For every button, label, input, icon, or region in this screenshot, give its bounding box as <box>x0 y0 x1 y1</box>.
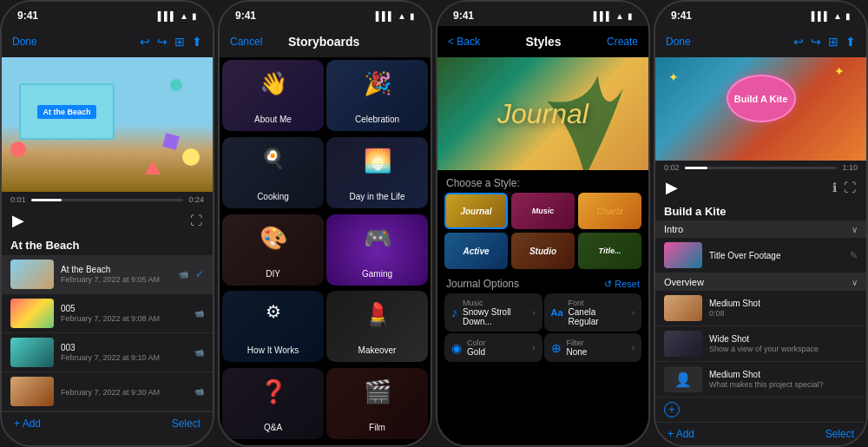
back-button-3[interactable]: < Back <box>448 36 480 48</box>
celebration-label: Celebration <box>326 115 428 124</box>
storyboard-about-me[interactable]: 👋 About Me <box>222 60 324 131</box>
storyboard-day-in-life[interactable]: 🌅 Day in the Life <box>326 137 428 208</box>
redo-icon-1[interactable]: ↪ <box>157 35 168 49</box>
film-label: Film <box>326 423 428 432</box>
deco-square-1 <box>162 133 180 150</box>
status-icons-1: ▌▌▌ ▲ ▮ <box>158 11 197 21</box>
clip-name-2: 005 <box>61 304 187 313</box>
filter-icon: ⊕ <box>551 341 562 355</box>
battery-icon-1: ▮ <box>192 11 197 21</box>
how-it-works-icon: ⚙ <box>266 301 281 322</box>
play-button-4[interactable]: ▶ <box>666 178 678 197</box>
share-icon-1[interactable]: ⬆ <box>192 35 202 49</box>
storyboard-cooking[interactable]: 🍳 Cooking <box>222 137 324 208</box>
section-label-overview: Overview <box>664 277 704 287</box>
undo-icon-4[interactable]: ↩ <box>793 35 804 49</box>
nav-icons-1: ↩ ↪ ⊞ ⬆ <box>140 35 202 49</box>
scene-info-1: Title Over Footage <box>709 251 843 260</box>
storyboard-diy[interactable]: 🎨 DIY <box>222 214 324 286</box>
video-preview-4: Build A Kite ✦ ✦ <box>655 57 866 161</box>
fullscreen-button-1[interactable]: ⛶ <box>190 214 202 227</box>
scene-thumb-1 <box>664 242 702 268</box>
film-icon: 🎬 <box>364 378 391 405</box>
storyboard-gaming[interactable]: 🎮 Gaming <box>326 214 428 286</box>
storyboard-makeover[interactable]: 💄 Makeover <box>326 291 428 362</box>
time-end-1: 0:24 <box>188 195 204 204</box>
signal-icon-1: ▌▌▌ <box>158 11 176 21</box>
option-filter[interactable]: ⊕ Filter None › <box>544 333 642 362</box>
progress-fill-1 <box>31 199 62 201</box>
grid-icon-1[interactable]: ⊞ <box>174 35 185 49</box>
nav-title-3: Styles <box>525 35 561 49</box>
fullscreen-button-4[interactable]: ⛶ <box>844 181 856 194</box>
celebration-icon: 🎉 <box>364 70 391 97</box>
status-bar-2: 9:41 ▌▌▌ ▲ ▮ <box>220 2 431 26</box>
progress-bar-4[interactable] <box>685 167 838 169</box>
style-active[interactable]: Active <box>444 233 508 269</box>
scene-thumb-2 <box>664 295 702 321</box>
video-controls-4: 0:02 1:10 <box>655 161 866 174</box>
done-button-4[interactable]: Done <box>666 36 691 48</box>
style-journal[interactable]: Journal <box>444 193 508 229</box>
status-time-3: 9:41 <box>453 10 474 22</box>
select-button-1[interactable]: Select <box>172 417 201 430</box>
phone3: 9:41 ▌▌▌ ▲ ▮ < Back Styles Create Journa… <box>436 0 650 447</box>
cancel-button-2[interactable]: Cancel <box>230 36 262 48</box>
select-button-4[interactable]: Select <box>825 428 854 440</box>
status-bar-4: 9:41 ▌▌▌ ▲ ▮ <box>655 2 866 26</box>
style-music[interactable]: Music <box>511 193 575 229</box>
clip-item-3[interactable]: 003 February 7, 2022 at 9:10 AM 📹 <box>2 333 213 372</box>
done-button-1[interactable]: Done <box>12 36 37 48</box>
storyboard-film[interactable]: 🎬 Film <box>326 368 428 439</box>
reset-button[interactable]: ↺ Reset <box>604 279 640 290</box>
section-header-overview[interactable]: Overview ∨ <box>655 273 866 291</box>
option-value-font: Canela Regular <box>569 307 627 326</box>
project-title-4: Build a Kite <box>655 200 866 220</box>
redo-icon-4[interactable]: ↪ <box>811 35 821 49</box>
edit-icon-1[interactable]: ✎ <box>850 250 858 261</box>
screen-content-1: At the Beach 0:01 0:24 ▶ ⛶ At the Beach <box>2 57 213 445</box>
clip-info-2: 005 February 7, 2022 at 9:08 AM <box>61 304 187 323</box>
play-button-1[interactable]: ▶ <box>12 211 24 230</box>
add-button-4[interactable]: + Add <box>667 428 694 440</box>
camera-icon-1: 📹 <box>179 270 188 279</box>
scene-item-title-over[interactable]: Title Over Footage ✎ <box>655 238 866 273</box>
phone2: 9:41 ▌▌▌ ▲ ▮ Cancel Storyboards 👋 About … <box>218 0 432 447</box>
share-icon-4[interactable]: ⬆ <box>845 35 856 49</box>
progress-bar-1[interactable] <box>31 199 184 201</box>
storyboard-qa[interactable]: ❓ Q&A <box>222 368 324 439</box>
style-journal-label: Journal <box>460 207 491 216</box>
scene-item-wide[interactable]: Wide Shot Show a view of your workspace <box>655 326 866 362</box>
wifi-icon-3: ▲ <box>615 11 624 21</box>
playback-icons-4: ℹ ⛶ <box>832 181 856 194</box>
scene-desc-4: What makes this project special? <box>709 380 858 389</box>
style-title3[interactable]: Title... <box>578 233 641 269</box>
option-color[interactable]: ◉ Color Gold › <box>444 333 542 362</box>
style-studio[interactable]: Studio <box>511 233 575 269</box>
scene-item-medium-1[interactable]: Medium Shot 0:08 <box>655 291 866 326</box>
time-start-4: 0:02 <box>664 163 680 172</box>
section-header-intro[interactable]: Intro ∨ <box>655 220 866 238</box>
deco-triangle-1 <box>145 161 161 174</box>
info-button-4[interactable]: ℹ <box>832 181 837 194</box>
clip-item-4[interactable]: February 7, 2022 at 9:30 AM 📹 <box>2 372 213 411</box>
clip-date-1: February 7, 2022 at 9:05 AM <box>61 275 172 284</box>
clip-item-2[interactable]: 005 February 7, 2022 at 9:08 AM 📹 <box>2 294 213 333</box>
cooking-icon: 🍳 <box>261 148 285 170</box>
undo-icon-1[interactable]: ↩ <box>140 35 150 49</box>
clip-item-1[interactable]: At the Beach February 7, 2022 at 9:05 AM… <box>2 255 213 294</box>
scene-item-medium-2[interactable]: 👤 Medium Shot What makes this project sp… <box>655 362 866 398</box>
option-font[interactable]: Aa Font Canela Regular › <box>544 293 642 332</box>
storyboard-how-it-works[interactable]: ⚙ How It Works <box>222 291 324 362</box>
style-charlz[interactable]: Charlz <box>578 193 641 229</box>
time-start-1: 0:01 <box>10 195 26 204</box>
option-music[interactable]: ♪ Music Snowy Stroll Down... › <box>444 293 542 332</box>
add-icon-circle-4[interactable]: + <box>664 402 680 417</box>
create-button-3[interactable]: Create <box>607 36 638 48</box>
nav-title-2: Storyboards <box>288 35 359 49</box>
clip-info-4: February 7, 2022 at 9:30 AM <box>61 387 187 397</box>
video-controls-1: 0:01 0:24 <box>2 192 213 207</box>
storyboard-celebration[interactable]: 🎉 Celebration <box>326 60 428 131</box>
grid-icon-4[interactable]: ⊞ <box>828 35 838 49</box>
add-button-1[interactable]: + Add <box>14 417 41 430</box>
